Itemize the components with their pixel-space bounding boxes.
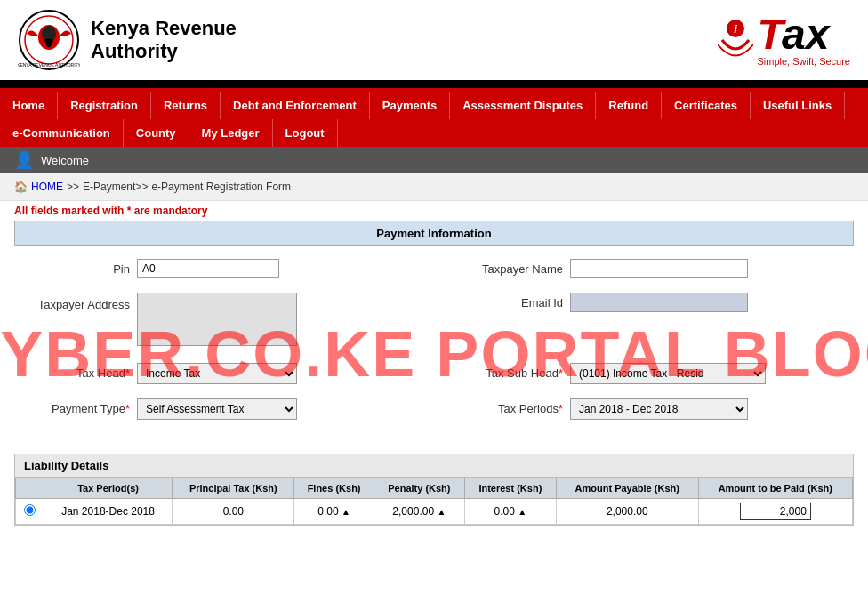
payment-type-label: Payment Type* [14, 398, 130, 415]
tax-head-group: Tax Head* Income Tax VAT Excise Duty [14, 359, 421, 388]
row-amount-payable: 2,000.00 [556, 499, 698, 525]
table-row: Jan 2018-Dec 2018 0.00 0.00 ▲ 2,000.00 ▲… [16, 499, 853, 525]
interest-icon: ▲ [518, 507, 526, 517]
header: KENYA REVENUE AUTHORITY Kenya Revenue Au… [0, 0, 868, 83]
itax-logo: i Tax Simple, Swift, Secure [718, 13, 850, 67]
email-input-wrapper [570, 293, 854, 312]
kra-emblem: KENYA REVENUE AUTHORITY [18, 9, 80, 71]
taxpayer-name-input-wrapper [570, 259, 854, 278]
tax-sub-head-label: Tax Sub Head* [447, 363, 563, 380]
col-fines: Fines (Ksh) [294, 478, 374, 499]
taxpayer-name-group: Taxpayer Name [447, 255, 854, 282]
tax-sub-head-input-wrapper: (0101) Income Tax - Resid [570, 363, 854, 384]
row-amount-to-pay[interactable] [698, 499, 852, 525]
breadcrumb-home[interactable]: HOME [31, 181, 63, 193]
breadcrumb-page: e-Payment Registration Form [151, 181, 291, 193]
nav-disputes[interactable]: Assessment Disputes [450, 92, 596, 119]
kra-name: Kenya Revenue Authority [91, 17, 237, 64]
svg-text:i: i [735, 22, 738, 36]
tax-head-label: Tax Head* [14, 363, 130, 380]
nav-logout[interactable]: Logout [273, 119, 338, 147]
kra-name-text: Kenya Revenue Authority [91, 17, 237, 64]
nav-certificates[interactable]: Certificates [662, 92, 751, 119]
address-label: Taxpayer Address [14, 293, 130, 311]
nav-refund[interactable]: Refund [596, 92, 662, 119]
liability-table: Tax Period(s) Principal Tax (Ksh) Fines … [15, 478, 853, 525]
nav-ecommunication[interactable]: e-Communication [0, 119, 124, 147]
col-select [16, 478, 44, 499]
tax-periods-input-wrapper: Jan 2018 - Dec 2018 Jan 2017 - Dec 2017 [570, 398, 854, 420]
row-radio-cell [16, 499, 44, 525]
nav-registration[interactable]: Registration [58, 92, 151, 119]
email-label: Email Id [447, 293, 563, 310]
itax-tagline: Simple, Swift, Secure [757, 56, 850, 67]
payment-type-row: Payment Type* Self Assessment Tax Instal… [14, 395, 854, 423]
address-group: Taxpayer Address [14, 289, 421, 352]
col-interest: Interest (Ksh) [464, 478, 556, 499]
tax-sub-head-select[interactable]: (0101) Income Tax - Resid [570, 363, 766, 384]
welcome-bar: 👤 Welcome [0, 147, 868, 173]
home-icon: 🏠 [14, 181, 28, 193]
row-period: Jan 2018-Dec 2018 [44, 499, 172, 525]
email-input[interactable] [570, 293, 748, 312]
itax-brand: Tax [757, 13, 850, 56]
tax-periods-label: Tax Periods* [447, 398, 563, 415]
email-group: Email Id [447, 289, 854, 316]
liability-section: Liability Details Tax Period(s) Principa… [14, 454, 854, 526]
nav-county[interactable]: County [124, 119, 189, 147]
fines-icon: ▲ [342, 507, 350, 517]
tax-periods-select[interactable]: Jan 2018 - Dec 2018 Jan 2017 - Dec 2017 [570, 398, 748, 420]
row-radio[interactable] [24, 504, 36, 516]
col-penalty: Penalty (Ksh) [374, 478, 464, 499]
col-period: Tax Period(s) [44, 478, 172, 499]
taxpayer-name-label: Taxpayer Name [447, 259, 563, 276]
nav-debt[interactable]: Debt and Enforcement [221, 92, 370, 119]
welcome-text: Welcome [41, 154, 89, 167]
row-fines: 0.00 ▲ [294, 499, 374, 525]
penalty-icon: ▲ [437, 507, 446, 517]
amount-to-pay-input[interactable] [740, 502, 811, 520]
pin-input[interactable] [137, 259, 279, 278]
address-input-wrapper [137, 293, 421, 349]
section-title: Payment Information [14, 221, 854, 246]
row-principal: 0.00 [173, 499, 294, 525]
pin-name-row: Pin Taxpayer Name [14, 255, 854, 282]
row-penalty: 2,000.00 ▲ [374, 499, 464, 525]
payment-type-select[interactable]: Self Assessment Tax Installment Tax With… [137, 398, 297, 420]
pin-group: Pin [14, 255, 421, 282]
form-section: Payment Information Pin Taxpayer Name Ta… [0, 221, 868, 445]
row-interest: 0.00 ▲ [464, 499, 556, 525]
kra-logo: KENYA REVENUE AUTHORITY Kenya Revenue Au… [18, 9, 237, 71]
liability-title: Liability Details [15, 454, 853, 478]
col-principal: Principal Tax (Ksh) [173, 478, 294, 499]
user-icon: 👤 [14, 150, 34, 170]
nav-row-2: e-Communication County My Ledger Logout [0, 119, 338, 147]
col-amount-to-pay: Amount to be Paid (Ksh) [698, 478, 852, 499]
nav-row-1: Home Registration Returns Debt and Enfor… [0, 92, 845, 119]
payment-type-input-wrapper: Self Assessment Tax Installment Tax With… [137, 398, 421, 420]
tax-sub-head-group: Tax Sub Head* (0101) Income Tax - Resid [447, 359, 854, 388]
nav-returns[interactable]: Returns [151, 92, 221, 119]
tax-periods-group: Tax Periods* Jan 2018 - Dec 2018 Jan 201… [447, 395, 854, 423]
nav-payments[interactable]: Payments [370, 92, 450, 119]
tax-head-select[interactable]: Income Tax VAT Excise Duty [137, 363, 297, 384]
col-amount-payable: Amount Payable (Ksh) [556, 478, 698, 499]
taxpayer-name-input[interactable] [570, 259, 748, 278]
main-content[interactable]: CYBER.CO.KE PORTAL BLOG 🏠 HOME >> E-Paym… [0, 173, 868, 535]
main-navigation: Home Registration Returns Debt and Enfor… [0, 92, 868, 147]
breadcrumb-section: E-Payment>> [83, 181, 148, 193]
address-email-row: Taxpayer Address Email Id [14, 289, 854, 352]
liability-table-header: Tax Period(s) Principal Tax (Ksh) Fines … [16, 478, 853, 499]
address-textarea[interactable] [137, 293, 297, 346]
nav-my-ledger[interactable]: My Ledger [189, 119, 273, 147]
breadcrumb: 🏠 HOME >> E-Payment>> e-Payment Registra… [0, 173, 868, 201]
svg-text:KENYA REVENUE AUTHORITY: KENYA REVENUE AUTHORITY [18, 62, 80, 68]
pin-label: Pin [14, 259, 130, 276]
payment-type-group: Payment Type* Self Assessment Tax Instal… [14, 395, 421, 423]
pin-input-wrapper [137, 259, 421, 278]
nav-useful-links[interactable]: Useful Links [751, 92, 845, 119]
breadcrumb-sep1: >> [67, 181, 79, 193]
itax-icon: i [718, 18, 753, 62]
tax-head-row: Tax Head* Income Tax VAT Excise Duty Tax… [14, 359, 854, 388]
nav-home[interactable]: Home [0, 92, 58, 119]
